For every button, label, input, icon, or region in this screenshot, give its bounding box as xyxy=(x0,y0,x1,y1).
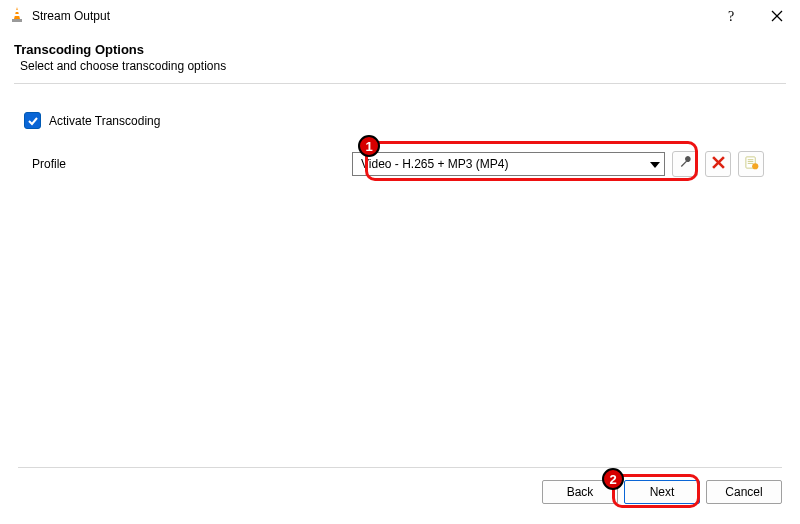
content-area: Transcoding Options Select and choose tr… xyxy=(0,32,800,177)
activate-transcoding-checkbox[interactable]: Activate Transcoding xyxy=(24,112,786,129)
profile-row: Profile Video - H.265 + MP3 (MP4) xyxy=(32,151,786,177)
wrench-icon xyxy=(678,155,693,173)
svg-point-13 xyxy=(752,163,758,169)
svg-rect-0 xyxy=(15,10,19,12)
svg-rect-2 xyxy=(12,19,22,22)
footer-separator xyxy=(18,467,782,468)
vlc-icon xyxy=(10,7,24,26)
edit-profile-button[interactable] xyxy=(672,151,698,177)
button-bar: Back Next Cancel 2 xyxy=(18,480,782,504)
section-subheading: Select and choose transcoding options xyxy=(20,59,786,73)
help-button[interactable]: ? xyxy=(708,0,754,32)
svg-text:?: ? xyxy=(728,9,734,23)
delete-profile-button[interactable] xyxy=(705,151,731,177)
cancel-button[interactable]: Cancel xyxy=(706,480,782,504)
new-profile-icon xyxy=(744,155,759,173)
stream-output-window: Stream Output ? Transcoding Options Sele… xyxy=(0,0,800,524)
dropdown-arrow-icon xyxy=(650,157,660,171)
x-icon xyxy=(712,156,725,172)
section-heading: Transcoding Options xyxy=(14,42,786,57)
separator xyxy=(14,83,786,84)
activate-transcoding-label: Activate Transcoding xyxy=(49,114,160,128)
window-title: Stream Output xyxy=(32,9,110,23)
new-profile-button[interactable] xyxy=(738,151,764,177)
svg-rect-1 xyxy=(14,14,20,16)
titlebar: Stream Output ? xyxy=(0,0,800,32)
svg-marker-6 xyxy=(650,162,660,168)
next-button[interactable]: Next xyxy=(624,480,700,504)
footer: Back Next Cancel 2 xyxy=(0,467,800,524)
profile-label: Profile xyxy=(32,157,352,171)
profile-selected-value: Video - H.265 + MP3 (MP4) xyxy=(361,157,509,171)
profile-select[interactable]: Video - H.265 + MP3 (MP4) xyxy=(352,152,665,176)
checkbox-checked-icon xyxy=(24,112,41,129)
close-button[interactable] xyxy=(754,0,800,32)
back-button[interactable]: Back xyxy=(542,480,618,504)
